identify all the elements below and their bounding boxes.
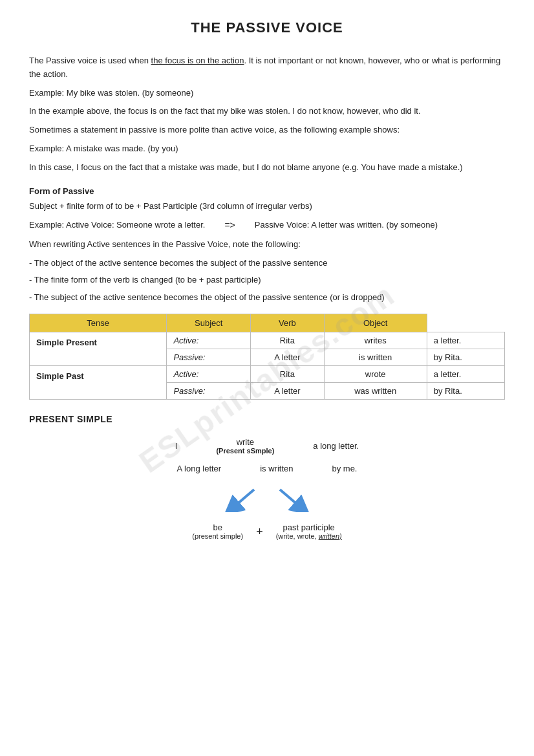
active-verb-item: write (Present sSmple) — [216, 437, 274, 455]
form-heading: Form of Passive — [29, 186, 505, 196]
subject-passive-spt: A letter — [251, 382, 325, 399]
intro-p1-before: The Passive voice is used when — [29, 56, 151, 65]
be-sub-label: (present simple) — [192, 532, 243, 540]
object-active-spt: a letter. — [427, 365, 504, 382]
active-object-text: a long letter. — [313, 441, 359, 451]
intro-paragraph-4: In this case, I focus on the fact that a… — [29, 161, 505, 175]
formula-row: be (present simple) + past participle (w… — [29, 523, 505, 540]
active-sentence-row: I write (Present sSmple) a long letter. — [29, 437, 505, 455]
right-arrow-icon — [273, 486, 309, 512]
pp-formula-item: past participle (write, wrote, written) — [276, 523, 342, 540]
object-active-sp: a letter. — [427, 332, 504, 349]
rewriting-intro: When rewriting Active sentences in the P… — [29, 238, 505, 252]
pp-sub-text: (write, wrote, — [276, 532, 317, 540]
arrow-diagram — [29, 480, 505, 512]
present-simple-title: PRESENT SIMPLE — [29, 414, 505, 424]
passive-subject: A long letter — [177, 464, 222, 473]
voice-active-spt: Active: — [167, 365, 251, 382]
pp-sub-label: (write, wrote, written) — [276, 532, 342, 540]
be-label: be — [192, 523, 243, 532]
passive-subject-text: A long letter — [177, 464, 222, 473]
intro-p1-underline: the focus is on the action — [151, 56, 244, 65]
example-arrow: => — [224, 218, 235, 232]
passive-example: Passive Voice: A letter was written. (by… — [255, 219, 438, 232]
passive-sentence-row: A long letter is written by me. — [29, 464, 505, 473]
be-formula-item: be (present simple) — [192, 523, 243, 540]
verb-active-spt: wrote — [324, 365, 427, 382]
page-title: THE PASSIVE VOICE — [29, 19, 505, 36]
bullet-3: - The subject of the active sentence bec… — [29, 291, 505, 305]
bullet-2: - The finite form of the verb is changed… — [29, 274, 505, 287]
object-passive-sp: by Rita. — [427, 349, 504, 365]
passive-object-text: by me. — [332, 464, 357, 473]
verb-passive-spt: was written — [324, 382, 427, 399]
active-verb-text: write — [216, 437, 274, 447]
table-header-tense: Tense — [30, 314, 167, 332]
verb-passive-sp: is written — [324, 349, 427, 365]
intro-paragraph-1: The Passive voice is used when the focus… — [29, 54, 505, 81]
present-simple-section: PRESENT SIMPLE I write (Present sSmple) … — [29, 414, 505, 540]
plus-sign: + — [256, 525, 263, 539]
table-row: Simple Past Active: Rita wrote a letter. — [30, 365, 505, 382]
voice-active-sp: Active: — [167, 332, 251, 349]
bullet-1: - The object of the active sentence beco… — [29, 257, 505, 270]
intro-example-2: Example: A mistake was made. (by you) — [29, 142, 505, 156]
intro-example-1: Example: My bike was stolen. (by someone… — [29, 87, 505, 100]
active-example: Example: Active Voice: Someone wrote a l… — [29, 219, 205, 232]
left-arrow-icon — [225, 486, 261, 512]
active-object: a long letter. — [313, 441, 359, 451]
grammar-table: Tense Subject Verb Object Simple Present… — [29, 314, 505, 400]
passive-object: by me. — [332, 464, 357, 473]
object-passive-spt: by Rita. — [427, 382, 504, 399]
tense-simple-present: Simple Present — [30, 332, 167, 365]
pp-italic-text: written) — [319, 532, 342, 540]
subject-passive-sp: A letter — [251, 349, 325, 365]
subject-active-sp: Rita — [251, 332, 325, 349]
voice-passive-spt: Passive: — [167, 382, 251, 399]
table-header-subject: Subject — [167, 314, 251, 332]
passive-verb-item: is written — [260, 464, 293, 473]
intro-paragraph-3: Sometimes a statement in passive is more… — [29, 124, 505, 137]
voice-passive-sp: Passive: — [167, 349, 251, 365]
active-subject: I — [175, 441, 178, 451]
tense-simple-past: Simple Past — [30, 365, 167, 399]
table-header-object: Object — [324, 314, 427, 332]
table-row: Simple Present Active: Rita writes a let… — [30, 332, 505, 349]
pp-label: past participle — [276, 523, 342, 532]
intro-paragraph-2: In the example above, the focus is on th… — [29, 105, 505, 118]
svg-line-3 — [280, 490, 303, 509]
active-verb-label: (Present sSmple) — [216, 447, 274, 455]
active-subject-text: I — [175, 441, 178, 451]
table-header-verb: Verb — [251, 314, 325, 332]
subject-active-spt: Rita — [251, 365, 325, 382]
passive-verb-text: is written — [260, 464, 293, 473]
formula-text: Subject + finite form of to be + Past Pa… — [29, 200, 505, 213]
verb-active-sp: writes — [324, 332, 427, 349]
example-line: Example: Active Voice: Someone wrote a l… — [29, 218, 505, 232]
svg-line-1 — [231, 490, 254, 509]
